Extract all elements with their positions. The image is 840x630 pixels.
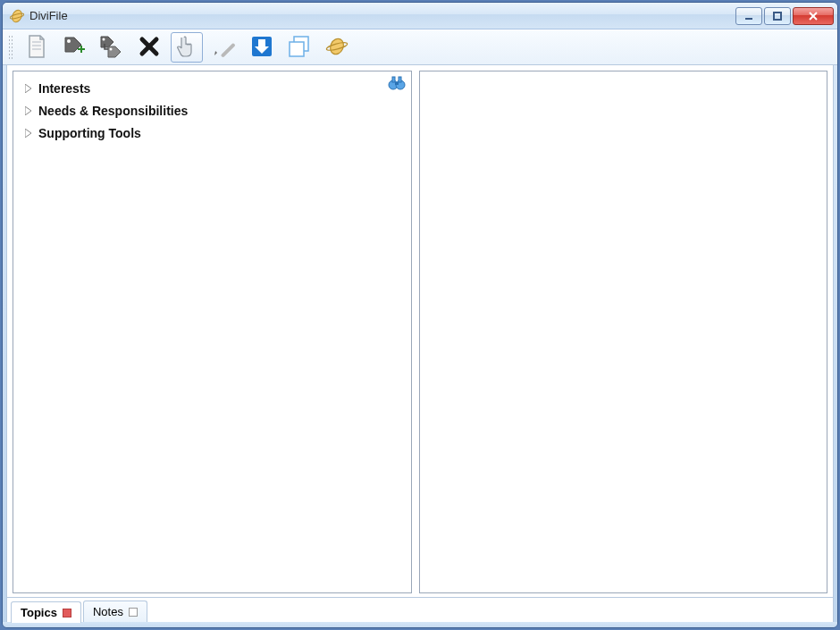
svg-point-12 — [103, 38, 105, 40]
content-pane — [419, 71, 827, 593]
svg-point-13 — [110, 47, 113, 50]
svg-point-21 — [328, 36, 346, 55]
expand-icon[interactable] — [24, 84, 33, 93]
svg-rect-27 — [395, 82, 399, 85]
x-icon — [139, 36, 160, 60]
arrow-down-icon — [250, 35, 273, 61]
edit-button[interactable] — [208, 32, 240, 63]
pointer-button[interactable] — [171, 32, 203, 63]
minimize-button[interactable] — [735, 7, 762, 25]
window-controls — [735, 7, 834, 25]
copy-button[interactable] — [283, 32, 315, 63]
planet-icon — [325, 35, 349, 61]
svg-marker-28 — [25, 84, 31, 93]
svg-rect-20 — [290, 42, 304, 56]
expand-icon[interactable] — [24, 106, 33, 115]
split-panes: Interests Needs & Responsibilities Suppo… — [7, 65, 833, 597]
svg-marker-29 — [25, 106, 31, 115]
maximize-button[interactable] — [764, 7, 791, 25]
close-button[interactable] — [793, 7, 834, 25]
document-icon — [25, 34, 48, 62]
app-window: DiviFile — [2, 2, 838, 628]
notes-indicator-icon — [129, 608, 138, 617]
tab-notes[interactable]: Notes — [83, 601, 147, 622]
svg-rect-3 — [774, 13, 781, 20]
svg-marker-30 — [25, 129, 31, 138]
add-subtag-button[interactable] — [96, 32, 128, 63]
hand-pointer-icon — [176, 35, 197, 61]
svg-rect-11 — [80, 46, 82, 53]
search-icon[interactable] — [388, 75, 406, 94]
toolbar-grip — [8, 35, 13, 60]
svg-rect-26 — [399, 77, 401, 82]
expand-icon[interactable] — [24, 129, 33, 138]
new-document-button[interactable] — [21, 32, 53, 63]
tab-label: Topics — [21, 606, 57, 619]
app-icon — [10, 9, 24, 23]
copy-icon — [287, 35, 312, 61]
tree-item-label: Interests — [38, 81, 90, 96]
svg-rect-25 — [392, 77, 395, 82]
topic-tree: Interests Needs & Responsibilities Suppo… — [13, 71, 411, 149]
tree-item[interactable]: Needs & Responsibilities — [19, 99, 406, 122]
tree-item[interactable]: Supporting Tools — [19, 122, 406, 144]
web-button[interactable] — [321, 32, 353, 63]
tree-item-label: Supporting Tools — [38, 126, 141, 140]
tree-item-label: Needs & Responsibilities — [38, 104, 188, 118]
import-button[interactable] — [246, 32, 278, 63]
tab-topics[interactable]: Topics — [11, 601, 81, 623]
tag-child-icon — [99, 34, 124, 62]
svg-marker-17 — [214, 51, 217, 55]
client-area: Interests Needs & Responsibilities Suppo… — [6, 65, 834, 622]
pencil-icon — [213, 35, 236, 61]
tree-item[interactable]: Interests — [19, 77, 406, 99]
delete-button[interactable] — [133, 32, 165, 63]
titlebar: DiviFile — [3, 3, 837, 29]
toolbar — [3, 29, 837, 65]
add-tag-button[interactable] — [58, 32, 90, 63]
bottom-tabs: Topics Notes — [7, 597, 833, 622]
tag-plus-icon — [62, 34, 87, 62]
topics-indicator-icon — [63, 609, 71, 617]
svg-rect-2 — [745, 18, 752, 20]
svg-rect-16 — [221, 42, 236, 57]
svg-point-9 — [67, 39, 71, 43]
tab-label: Notes — [93, 605, 123, 618]
window-footer — [3, 622, 837, 627]
window-title: DiviFile — [29, 9, 735, 22]
tree-pane: Interests Needs & Responsibilities Suppo… — [13, 71, 412, 593]
